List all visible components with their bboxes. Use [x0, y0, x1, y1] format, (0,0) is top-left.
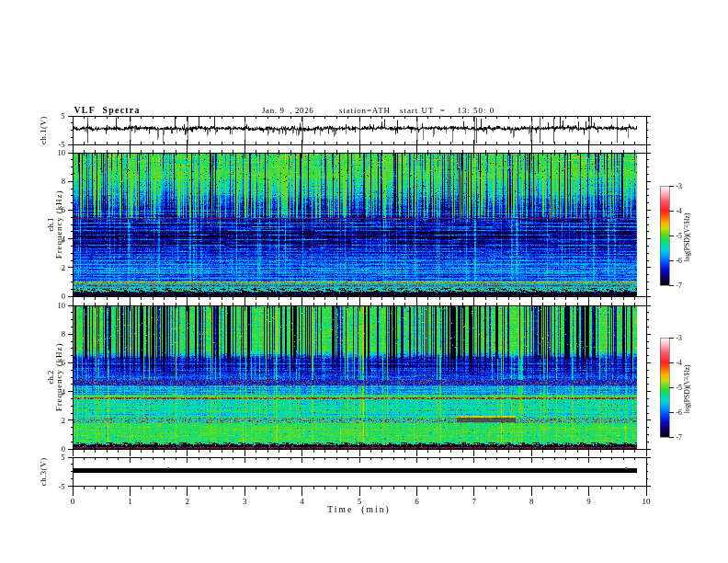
svg-text:start UT = 13: 50: 0: start UT = 13: 50: 0	[400, 106, 495, 115]
svg-text:-6: -6	[677, 408, 683, 417]
svg-text:ch.1(V): ch.1(V)	[39, 116, 48, 144]
svg-text:10: 10	[58, 148, 66, 157]
svg-text:-5: -5	[58, 482, 64, 491]
svg-text:6: 6	[62, 205, 65, 214]
svg-text:6: 6	[62, 358, 65, 367]
svg-text:2: 2	[62, 263, 65, 272]
svg-text:4: 4	[62, 387, 66, 396]
svg-text:log(PSD)(V2/Hz): log(PSD)(V2/Hz)	[683, 213, 691, 261]
svg-text:10: 10	[58, 301, 66, 310]
svg-text:9: 9	[586, 497, 591, 506]
svg-text:2: 2	[186, 497, 190, 506]
svg-text:Time (min): Time (min)	[327, 505, 391, 515]
svg-text:-5: -5	[58, 140, 64, 149]
svg-text:10: 10	[643, 497, 652, 506]
svg-text:station=ATH: station=ATH	[339, 106, 391, 115]
svg-text:-6: -6	[677, 257, 683, 265]
svg-text:8: 8	[62, 177, 65, 186]
svg-text:4: 4	[300, 497, 304, 506]
svg-text:0: 0	[71, 497, 75, 506]
svg-text:5: 5	[61, 453, 64, 462]
svg-text:ch.1Frequency (kHz): ch.1Frequency (kHz)	[46, 190, 64, 259]
svg-text:-7: -7	[677, 433, 683, 442]
svg-text:0: 0	[62, 292, 65, 301]
svg-text:-7: -7	[677, 282, 683, 290]
svg-text:-3: -3	[677, 182, 683, 190]
svg-text:VLF Spectra: VLF Spectra	[74, 105, 141, 115]
svg-text:log(PSD)(V2/Hz): log(PSD)(V2/Hz)	[683, 364, 691, 413]
svg-text:-5: -5	[677, 384, 683, 392]
svg-text:8: 8	[529, 497, 534, 506]
svg-text:6: 6	[415, 497, 419, 506]
svg-text:-5: -5	[677, 232, 683, 240]
svg-text:1: 1	[128, 497, 132, 506]
svg-text:3: 3	[243, 497, 247, 506]
svg-text:ch.2Frequency (kHz): ch.2Frequency (kHz)	[46, 343, 64, 412]
svg-text:-3: -3	[677, 334, 683, 342]
svg-text:2: 2	[62, 416, 65, 425]
svg-text:ch.3(V): ch.3(V)	[39, 457, 48, 486]
svg-text:-4: -4	[677, 359, 683, 367]
svg-text:5: 5	[358, 497, 362, 506]
svg-text:0: 0	[62, 444, 65, 454]
svg-text:8: 8	[62, 329, 65, 339]
svg-text:5: 5	[61, 111, 64, 121]
svg-text:7: 7	[472, 497, 477, 506]
svg-text:Jan. 9 , 2026: Jan. 9 , 2026	[262, 106, 313, 115]
svg-text:-4: -4	[677, 207, 683, 215]
svg-text:4: 4	[62, 235, 66, 244]
